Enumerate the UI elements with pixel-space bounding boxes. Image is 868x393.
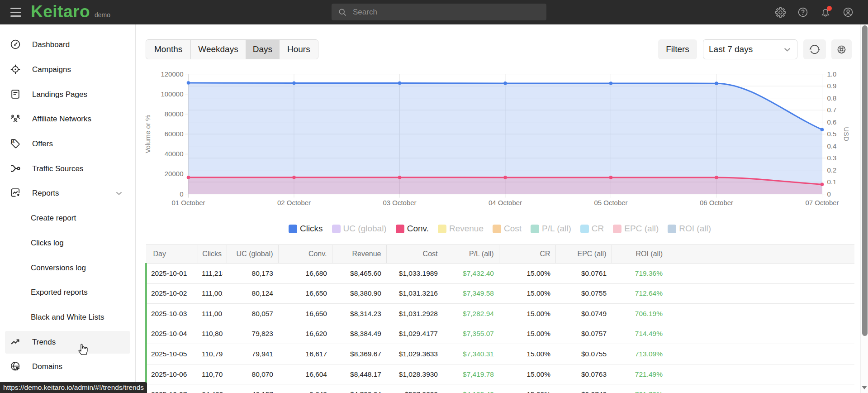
sidebar-item-black-and-white-lists[interactable]: Black and White Lists [0, 305, 135, 330]
cell-filler [668, 324, 854, 344]
svg-text:60000: 60000 [165, 130, 184, 138]
cell-roi-all: 721.49% [612, 364, 668, 384]
table-row-2025-10-02[interactable]: 2025-10-02111,00280,12416,650$8,380.90$1… [146, 283, 854, 304]
notifications-icon[interactable] [820, 7, 831, 18]
chart-settings-button[interactable] [831, 39, 852, 59]
column-header-roi-all[interactable]: ROI (all) [612, 245, 668, 264]
sidebar-item-reports[interactable]: Reports [0, 181, 135, 206]
legend-swatch [332, 225, 341, 233]
cell-day: 2025-10-06 [146, 364, 198, 384]
account-icon[interactable] [843, 7, 854, 18]
legend-label: Cost [504, 224, 522, 234]
menu-icon[interactable] [10, 8, 21, 17]
svg-text:0.1: 0.1 [827, 178, 837, 186]
cell-cost: $1,031.3216 [386, 283, 443, 304]
svg-text:03 October: 03 October [383, 199, 416, 206]
cell-p-l-all: $4,195.42 [443, 384, 499, 393]
sidebar-item-label: Conversions log [31, 264, 86, 273]
chevron-down-icon [783, 46, 791, 53]
legend-item-clicks[interactable]: Clicks [289, 224, 323, 234]
search-box[interactable] [332, 4, 546, 20]
sidebar-item-label: Clicks log [31, 239, 64, 248]
date-range-value: Last 7 days [709, 44, 753, 54]
svg-text:80000: 80000 [165, 110, 184, 118]
sidebar-item-campaigns[interactable]: Campaigns [0, 58, 135, 82]
sidebar-item-dashboard[interactable]: Dashboard [0, 33, 135, 58]
tab-days[interactable]: Days [246, 40, 279, 59]
legend-item-epc-all[interactable]: EPC (all) [613, 224, 659, 234]
legend-item-conv[interactable]: Conv. [396, 224, 429, 234]
cell-roi-all: 712.64% [612, 283, 668, 304]
svg-text:1.0: 1.0 [827, 70, 837, 78]
sidebar-item-create-report[interactable]: Create report [0, 206, 135, 231]
gauge-icon [10, 39, 22, 51]
table-row-2025-10-04[interactable]: 2025-10-04110,80579,82316,620$8,384.49$1… [146, 324, 854, 344]
svg-text:05 October: 05 October [594, 199, 627, 206]
column-header-epc-all[interactable]: EPC (all) [555, 245, 612, 264]
cell-cr: 15.00% [499, 364, 555, 384]
sidebar-item-landings-pages[interactable]: Landings Pages [0, 82, 135, 107]
sidebar-item-domains[interactable]: Domains [0, 355, 135, 379]
tab-hours[interactable]: Hours [279, 40, 318, 59]
column-header-cr[interactable]: CR [499, 245, 555, 264]
table-row-2025-10-07[interactable]: 2025-10-0764,48346,1579,648$4,793.34$597… [146, 384, 854, 393]
trends-chart[interactable]: 02000040000600008000010000012000000.10.2… [136, 63, 861, 213]
legend-item-cost[interactable]: Cost [493, 224, 522, 234]
column-header-clicks[interactable]: Clicks [198, 245, 227, 264]
table-row-2025-10-06[interactable]: 2025-10-06110,70180,07016,604$8,448.17$1… [146, 364, 854, 384]
sidebar-item-label: Offers [32, 139, 53, 149]
legend-label: EPC (all) [624, 224, 659, 234]
date-range-select[interactable]: Last 7 days [703, 39, 797, 59]
sidebar-item-affiliate-networks[interactable]: Affiliate Networks [0, 107, 135, 132]
legend-item-cr[interactable]: CR [580, 224, 604, 234]
cell-clicks: 110,805 [198, 324, 227, 344]
filters-button[interactable]: Filters [658, 39, 697, 59]
sidebar-item-trends[interactable]: Trends [5, 331, 130, 354]
scroll-down-arrow-icon[interactable] [862, 386, 867, 389]
page-scrollbar[interactable] [860, 24, 868, 393]
svg-text:02 October: 02 October [277, 199, 311, 206]
column-header-cost[interactable]: Cost [386, 245, 443, 264]
column-header-day[interactable]: Day [146, 245, 198, 264]
legend-item-roi-all[interactable]: ROI (all) [668, 224, 711, 234]
sidebar-item-traffic-sources[interactable]: Traffic Sources [0, 156, 135, 181]
scrollbar-thumb[interactable] [862, 25, 868, 336]
cell-day: 2025-10-04 [146, 324, 198, 344]
cell-epc-all: $0.0763 [555, 364, 612, 384]
sidebar-item-clicks-log[interactable]: Clicks log [0, 231, 135, 256]
table-row-2025-10-01[interactable]: 2025-10-01111,21880,17316,680$8,465.60$1… [146, 264, 854, 284]
brand[interactable]: Keitaro demo [31, 2, 110, 21]
cell-uc-global: 46,157 [227, 384, 279, 393]
sidebar-item-offers[interactable]: $Offers [0, 132, 135, 157]
cell-uc-global: 80,124 [227, 283, 279, 304]
cell-revenue: $4,793.34 [332, 384, 386, 393]
refresh-button[interactable] [803, 39, 826, 59]
svg-text:20000: 20000 [165, 170, 184, 177]
cell-cr: 15.00% [499, 264, 555, 284]
clipped-value: 111,001 [202, 310, 223, 318]
tab-months[interactable]: Months [146, 40, 190, 59]
sidebar-item-exported-reports[interactable]: Exported reports [0, 280, 135, 305]
column-header-uc-global[interactable]: UC (global) [227, 245, 279, 264]
cell-cost: $597.9232 [386, 384, 443, 393]
legend-item-uc-global[interactable]: UC (global) [332, 224, 387, 234]
column-header-p-l-all[interactable]: P/L (all) [443, 245, 499, 264]
gear-icon [837, 45, 846, 54]
sidebar-item-conversions-log[interactable]: Conversions log [0, 255, 135, 280]
cell-day: 2025-10-05 [146, 344, 198, 364]
settings-icon[interactable] [775, 7, 786, 18]
sidebar: DashboardCampaignsLandings PagesAffiliat… [0, 24, 136, 393]
cell-filler [668, 264, 854, 284]
legend-item-p-l-all[interactable]: P/L (all) [531, 224, 571, 234]
cell-clicks: 110,701 [198, 364, 227, 384]
table-row-2025-10-05[interactable]: 2025-10-05110,79679,94116,617$8,369.67$1… [146, 344, 854, 364]
cell-uc-global: 79,823 [227, 324, 279, 344]
tab-weekdays[interactable]: Weekdays [190, 40, 245, 59]
cell-conv: 16,650 [278, 304, 332, 324]
table-row-2025-10-03[interactable]: 2025-10-03111,00180,05716,650$8,314.23$1… [146, 304, 854, 324]
legend-item-revenue[interactable]: Revenue [438, 224, 484, 234]
column-header-revenue[interactable]: Revenue [332, 245, 386, 264]
help-icon[interactable] [797, 7, 808, 18]
column-header-conv[interactable]: Conv. [278, 245, 332, 264]
search-input[interactable] [353, 8, 525, 17]
